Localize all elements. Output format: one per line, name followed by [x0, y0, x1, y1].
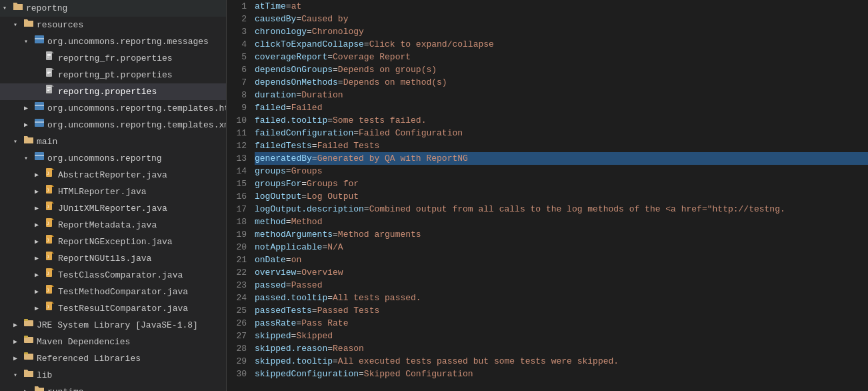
tree-arrow-icon[interactable]: ▶	[35, 269, 43, 282]
property-value: Pass Rate	[301, 318, 348, 328]
equals-sign: =	[307, 27, 312, 37]
tree-item-main[interactable]: ▾ main	[0, 133, 226, 150]
tree-arrow-icon[interactable]: ▶	[35, 302, 43, 316]
tree-file-icon	[23, 318, 35, 333]
svg-text:J: J	[47, 288, 49, 292]
line-number: 27	[227, 330, 247, 342]
property-value: at	[291, 1, 302, 11]
tree-item-org.uncommons.reportng.messages[interactable]: ▾ org.uncommons.reportng.messages	[0, 33, 226, 50]
tree-item-org.uncommons.reportng.templates.xml[interactable]: ▶ org.uncommons.reportng.templates.xml	[0, 117, 226, 133]
tree-arrow-icon[interactable]: ▾	[13, 19, 21, 32]
tree-arrow-icon[interactable]: ▶	[13, 319, 21, 332]
property-value: on	[291, 255, 302, 265]
tree-item-reportng_fr.properties[interactable]: reportng_fr.properties	[0, 50, 226, 67]
tree-item-JUnitXMLReporter.java[interactable]: ▶ J JUnitXMLReporter.java	[0, 200, 226, 217]
tree-item-HTMLReporter.java[interactable]: ▶ J HTMLReporter.java	[0, 183, 226, 200]
property-value: Depends on group(s)	[338, 65, 437, 75]
svg-rect-0	[35, 35, 44, 43]
tree-arrow-icon[interactable]: ▶	[35, 185, 43, 199]
tree-item-runtime[interactable]: ▶ runtime	[0, 384, 226, 391]
property-key: overview	[255, 268, 296, 278]
tree-arrow-icon[interactable]: ▶	[35, 219, 43, 232]
svg-text:J: J	[47, 304, 49, 309]
line-number: 4	[227, 38, 247, 51]
line-number: 23	[227, 279, 247, 292]
property-value: Method	[291, 217, 323, 227]
tree-arrow-icon[interactable]: ▾	[24, 35, 32, 49]
tree-arrow-icon[interactable]: ▶	[24, 386, 32, 392]
tree-arrow-icon[interactable]: ▶	[24, 102, 32, 115]
line-number: 9	[227, 101, 247, 114]
tree-arrow-icon[interactable]: ▶	[35, 169, 43, 182]
line-number: 18	[227, 216, 247, 228]
equals-sign: =	[312, 306, 317, 316]
tree-arrow-icon[interactable]: ▶	[35, 252, 43, 266]
code-editor: 1234567891011121314151617181920212223242…	[227, 0, 868, 391]
tree-item-label: HTMLReporter.java	[58, 185, 147, 199]
tree-arrow-icon[interactable]: ▾	[24, 152, 32, 165]
property-key: skipped.tooltip	[255, 356, 333, 366]
tree-item-reportng[interactable]: ▾ reportng	[0, 0, 226, 17]
tree-item-label: main	[37, 135, 57, 149]
code-line: coverageReport=Coverage Report	[255, 51, 868, 63]
property-value: Failed	[291, 103, 323, 113]
file-tree[interactable]: ▾ reportng▾ resources▾ org.uncommons.rep…	[0, 0, 227, 391]
tree-arrow-icon[interactable]: ▶	[35, 236, 43, 249]
property-value: Failed Configuration	[359, 128, 463, 138]
tree-arrow-icon[interactable]: ▾	[13, 369, 21, 382]
property-value: Groups for	[307, 179, 359, 189]
line-number: 24	[227, 292, 247, 304]
property-key: atTime	[255, 1, 286, 11]
line-number: 16	[227, 190, 247, 203]
tree-item-lib[interactable]: ▾ lib	[0, 367, 226, 384]
tree-file-icon: J	[44, 251, 56, 266]
tree-item-org.uncommons.reportng[interactable]: ▾ org.uncommons.reportng	[0, 150, 226, 167]
code-line: failed=Failed	[255, 101, 868, 114]
equals-sign: =	[333, 65, 338, 75]
code-line: groupsFor=Groups for	[255, 177, 868, 190]
tree-arrow-icon[interactable]: ▶	[24, 119, 32, 132]
tree-arrow-icon[interactable]: ▾	[13, 135, 21, 149]
tree-item-ReportNGException.java[interactable]: ▶ J ReportNGException.java	[0, 234, 226, 250]
property-key: generatedBy	[255, 153, 312, 163]
svg-rect-5	[47, 57, 49, 57]
tree-item-TestResultComparator.java[interactable]: ▶ J TestResultComparator.java	[0, 300, 226, 317]
property-key: skipped	[255, 331, 291, 341]
tree-item-Referenced Libraries[interactable]: ▶ Referenced Libraries	[0, 350, 226, 367]
tree-item-AbstractReporter.java[interactable]: ▶ J AbstractReporter.java	[0, 167, 226, 183]
line-number: 5	[227, 51, 247, 63]
tree-item-ReportNGUtils.java[interactable]: ▶ J ReportNGUtils.java	[0, 250, 226, 267]
code-line: failedTests=Failed Tests	[255, 139, 868, 152]
line-number: 28	[227, 342, 247, 355]
tree-item-org.uncommons.reportng.templates.html[interactable]: ▶ org.uncommons.reportng.templates.html	[0, 100, 226, 117]
tree-arrow-icon[interactable]: ▾	[3, 2, 11, 15]
tree-item-JRE System Library[interactable]: ▶ JRE System Library [JavaSE-1.8]	[0, 317, 226, 334]
tree-item-resources[interactable]: ▾ resources	[0, 17, 226, 33]
tree-item-reportng.properties[interactable]: reportng.properties	[0, 83, 226, 100]
svg-text:J: J	[47, 187, 49, 192]
line-number: 26	[227, 317, 247, 330]
tree-arrow-icon[interactable]: ▶	[35, 202, 43, 216]
property-key: passedTests	[255, 306, 312, 316]
tree-item-reportng_pt.properties[interactable]: reportng_pt.properties	[0, 67, 226, 83]
tree-item-ReportMetadata.java[interactable]: ▶ J ReportMetadata.java	[0, 217, 226, 234]
equals-sign: =	[286, 1, 291, 11]
tree-arrow-icon[interactable]: ▶	[13, 352, 21, 366]
svg-text:J: J	[47, 254, 49, 259]
tree-item-TestMethodComparator.java[interactable]: ▶ J TestMethodComparator.java	[0, 284, 226, 300]
property-key: methodArguments	[255, 230, 333, 240]
code-line: atTime=at	[255, 0, 868, 13]
tree-item-TestClassComparator.java[interactable]: ▶ J TestClassComparator.java	[0, 267, 226, 284]
tree-item-Maven Dependencies[interactable]: ▶ Maven Dependencies	[0, 334, 226, 350]
equals-sign: =	[327, 52, 333, 62]
tree-file-icon: J	[44, 301, 56, 316]
tree-file-icon	[12, 1, 24, 16]
property-value: Some tests failed.	[333, 115, 426, 125]
tree-item-label: TestResultComparator.java	[58, 302, 188, 316]
tree-arrow-icon[interactable]: ▶	[35, 286, 43, 299]
code-line: chronology=Chronology	[255, 25, 868, 38]
tree-item-label: ReportNGUtils.java	[58, 252, 151, 266]
property-key: failed	[255, 103, 286, 113]
tree-arrow-icon[interactable]: ▶	[13, 336, 21, 349]
property-value: Failed Tests	[317, 141, 380, 151]
